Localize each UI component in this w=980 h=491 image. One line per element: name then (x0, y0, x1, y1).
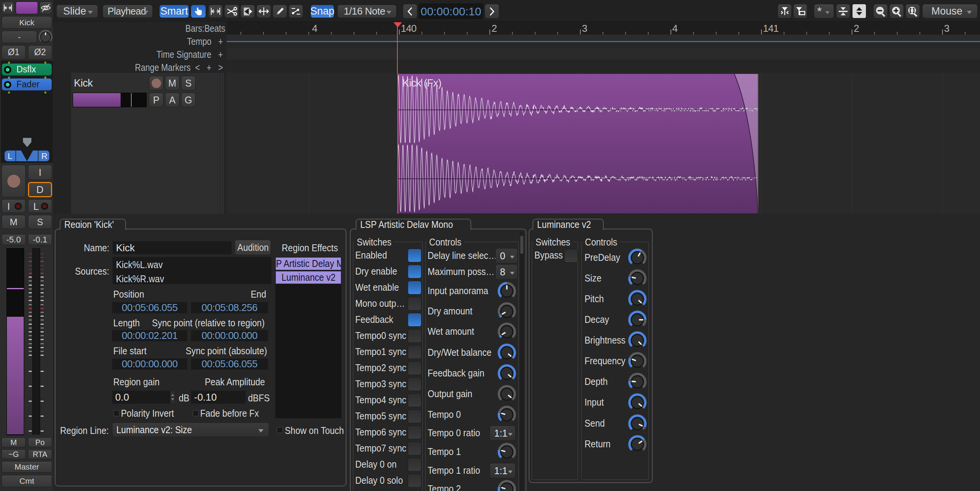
svg-text:141: 141 (763, 23, 779, 34)
svg-text:140: 140 (401, 23, 416, 34)
svg-text:R: R (41, 151, 47, 161)
svg-text:4: 4 (312, 23, 317, 34)
svg-text:L: L (8, 151, 12, 161)
svg-text:3: 3 (582, 23, 587, 34)
svg-text:2: 2 (854, 23, 859, 34)
svg-text:2: 2 (492, 23, 497, 34)
svg-text:3: 3 (944, 23, 949, 34)
svg-text:4: 4 (672, 23, 678, 34)
